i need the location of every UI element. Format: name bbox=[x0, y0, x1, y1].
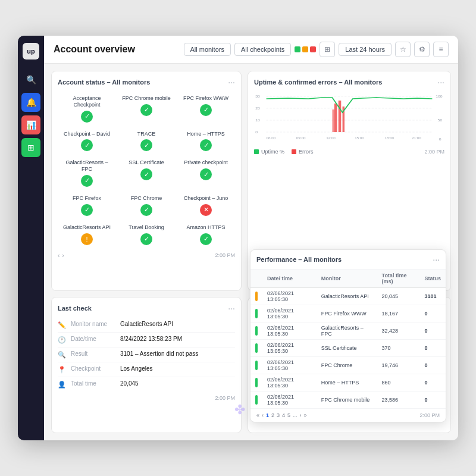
page-5[interactable]: 5 bbox=[287, 412, 290, 418]
uptime-header: Uptime & confirmed errors – All monitors… bbox=[254, 77, 444, 87]
monitor-item[interactable]: SSL Certificate✓ bbox=[117, 156, 176, 190]
check-row-label: Monitor name bbox=[71, 321, 115, 327]
status-icon: ✓ bbox=[140, 104, 152, 116]
table-row[interactable]: 02/06/2021 13:05:30 SSL Certificate 370 … bbox=[250, 340, 446, 357]
legend-errors: Errors bbox=[299, 149, 314, 155]
monitor-item[interactable]: Home – HTTPS✓ bbox=[177, 127, 235, 155]
monitor-name: FPC Chrome mobile bbox=[122, 95, 171, 102]
monitor-item[interactable]: FPC Firefox✓ bbox=[58, 192, 116, 220]
status-icon: ✓ bbox=[200, 168, 212, 180]
table-row[interactable]: 02/06/2021 13:05:30 FPC Chrome 19,746 0 bbox=[250, 357, 446, 374]
row-monitor: GalacticResorts – FPC bbox=[317, 322, 377, 340]
monitor-item[interactable]: Private checkpoint✓ bbox=[177, 156, 235, 190]
nav-next[interactable]: › bbox=[62, 252, 64, 259]
main-window: up 🔍 🔔 📊 ⊞ Account overview All monitors… bbox=[18, 36, 458, 440]
monitor-item[interactable]: FPC Chrome✓ bbox=[117, 192, 176, 220]
perf-table-container: Date/ time Monitor Total time (ms) Statu… bbox=[250, 270, 446, 408]
grid-view-btn[interactable]: ⊞ bbox=[320, 42, 335, 57]
table-row[interactable]: 02/06/2021 13:05:30 FPC Chrome mobile 23… bbox=[250, 392, 446, 409]
monitor-item[interactable]: Amazon HTTPS✓ bbox=[177, 221, 235, 249]
header-controls: All monitors All checkpoints ⊞ Last 24 h… bbox=[184, 42, 449, 57]
nav-prev[interactable]: ‹ bbox=[58, 252, 60, 259]
dot-green bbox=[295, 46, 300, 52]
last-check-card: Last check ··· ✏️ Monitor name GalacticR… bbox=[51, 297, 242, 433]
status-icon: ! bbox=[81, 233, 93, 245]
last-check-footer: 2:00 PM bbox=[58, 395, 235, 401]
sidebar: up 🔍 🔔 📊 ⊞ bbox=[18, 36, 44, 440]
status-icon: ✓ bbox=[81, 139, 93, 151]
monitor-item[interactable]: Acceptance Checkpoint✓ bbox=[58, 92, 116, 126]
sidebar-icon-grid[interactable]: ⊞ bbox=[21, 138, 40, 157]
star-btn[interactable]: ☆ bbox=[395, 42, 411, 57]
table-row[interactable]: 02/06/2021 13:05:30 Home – HTTPS 860 0 bbox=[250, 374, 446, 392]
svg-text:100: 100 bbox=[436, 94, 443, 98]
svg-text:06:00: 06:00 bbox=[267, 136, 276, 140]
settings-btn[interactable]: ⚙ bbox=[414, 42, 430, 57]
monitor-item[interactable]: GalacticResorts – FPC✓ bbox=[58, 156, 116, 190]
all-monitors-btn[interactable]: All monitors bbox=[184, 43, 231, 56]
row-monitor: Home – HTTPS bbox=[317, 374, 377, 392]
page-last[interactable]: » bbox=[304, 412, 307, 418]
check-row-label: Checkpoint bbox=[71, 365, 115, 372]
page-4[interactable]: 4 bbox=[282, 412, 285, 418]
table-row[interactable]: 02/06/2021 13:05:30 GalacticResorts API … bbox=[250, 288, 446, 305]
page-1[interactable]: 1 bbox=[266, 412, 269, 418]
table-row[interactable]: 02/06/2021 13:05:30 FPC Firefox WWW 18,1… bbox=[250, 305, 446, 322]
monitor-name: Travel Booking bbox=[129, 224, 164, 231]
monitor-name: FPC Firefox WWW bbox=[183, 95, 228, 102]
overlay-footer-time: 2:00 PM bbox=[419, 412, 440, 418]
monitor-item[interactable]: FPC Firefox WWW✓ bbox=[177, 92, 235, 126]
sidebar-logo: up bbox=[23, 43, 39, 60]
account-status-menu[interactable]: ··· bbox=[228, 77, 235, 87]
monitor-name: GalacticResorts – FPC bbox=[60, 159, 114, 173]
menu-btn[interactable]: ≡ bbox=[433, 42, 449, 57]
overlay-menu[interactable]: ··· bbox=[433, 255, 440, 264]
monitor-item[interactable]: GalacticResorts API! bbox=[58, 221, 116, 249]
uptime-menu[interactable]: ··· bbox=[437, 77, 444, 87]
last-check-header: Last check ··· bbox=[58, 303, 235, 313]
last-24-btn[interactable]: Last 24 hours bbox=[339, 43, 392, 56]
perf-table-overlay: Performance – All monitors ··· Date/ tim… bbox=[250, 249, 446, 422]
check-row: 👤 Total time 20,045 bbox=[58, 377, 235, 392]
status-icon: ✓ bbox=[200, 233, 212, 245]
row-monitor: GalacticResorts API bbox=[317, 288, 377, 305]
page-prev[interactable]: ‹ bbox=[262, 412, 264, 418]
check-row: 🔍 Result 3101 – Assertion did not pass bbox=[58, 347, 235, 362]
monitor-name: Amazon HTTPS bbox=[186, 224, 225, 231]
monitor-item[interactable]: Checkpoint – David✓ bbox=[58, 127, 116, 155]
monitor-name: SSL Certificate bbox=[129, 159, 164, 166]
overlay-footer: « ‹ 1 2 3 4 5 ... › » 2:00 PM bbox=[250, 408, 446, 422]
monitor-item[interactable]: Travel Booking✓ bbox=[117, 221, 176, 249]
page-first[interactable]: « bbox=[256, 412, 259, 418]
row-status: 0 bbox=[419, 374, 446, 392]
svg-text:21:00: 21:00 bbox=[412, 136, 421, 140]
sidebar-icon-chart[interactable]: 📊 bbox=[21, 115, 40, 134]
monitor-item[interactable]: TRACE✓ bbox=[117, 127, 176, 155]
row-date: 02/06/2021 13:05:30 bbox=[262, 374, 317, 392]
row-monitor: FPC Chrome mobile bbox=[317, 392, 377, 409]
check-row-value: 8/24/2022 13:58:23 PM bbox=[120, 336, 182, 342]
check-row-icon: 📍 bbox=[58, 366, 66, 374]
svg-text:09:00: 09:00 bbox=[296, 136, 306, 140]
monitor-item[interactable]: Checkpoint – Juno✕ bbox=[177, 192, 235, 220]
all-checkpoints-btn[interactable]: All checkpoints bbox=[234, 43, 291, 56]
status-icon: ✕ bbox=[200, 204, 212, 216]
svg-text:20: 20 bbox=[255, 106, 260, 110]
row-indicator bbox=[250, 305, 262, 322]
page-next[interactable]: › bbox=[300, 412, 302, 418]
uptime-title: Uptime & confirmed errors – All monitors bbox=[254, 79, 382, 86]
svg-rect-11 bbox=[334, 104, 337, 132]
sidebar-icon-search[interactable]: 🔍 bbox=[21, 70, 40, 89]
page-2[interactable]: 2 bbox=[271, 412, 274, 418]
account-status-footer: 2:00 PM bbox=[215, 252, 235, 258]
row-date: 02/06/2021 13:05:30 bbox=[262, 340, 317, 357]
sidebar-icon-bell[interactable]: 🔔 bbox=[21, 93, 40, 112]
row-status: 0 bbox=[419, 357, 446, 374]
monitor-item[interactable]: FPC Chrome mobile✓ bbox=[117, 92, 176, 126]
table-row[interactable]: 02/06/2021 13:05:30 GalacticResorts – FP… bbox=[250, 322, 446, 340]
last-check-menu[interactable]: ··· bbox=[228, 303, 235, 313]
monitor-grid: Acceptance Checkpoint✓FPC Chrome mobile✓… bbox=[58, 92, 235, 249]
check-rows: ✏️ Monitor name GalacticResorts API 🕐 Da… bbox=[58, 318, 235, 392]
page-3[interactable]: 3 bbox=[277, 412, 280, 418]
row-time: 18,167 bbox=[377, 305, 420, 322]
